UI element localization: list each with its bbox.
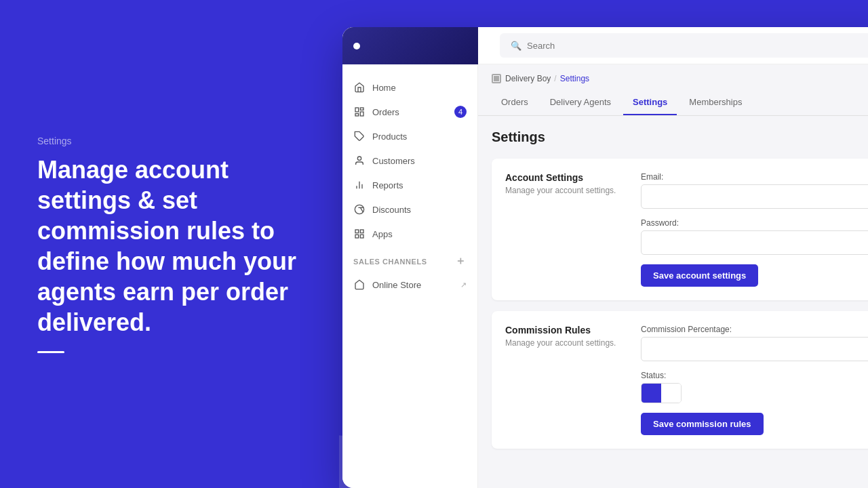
search-icon: 🔍 [511, 41, 521, 51]
breadcrumb-app-icon [492, 74, 501, 83]
content-area: Home Orders 4 Products Customers [342, 64, 868, 488]
left-heading: Manage account settings & set commission… [37, 155, 302, 338]
account-settings-info: Account Settings Manage your account set… [505, 172, 627, 287]
status-toggle[interactable] [641, 383, 682, 403]
products-icon [353, 130, 366, 142]
commission-percentage-input[interactable] [641, 337, 868, 361]
tab-orders[interactable]: Orders [492, 90, 538, 115]
orders-badge: 4 [454, 106, 467, 118]
customers-icon [353, 155, 366, 167]
sidebar-item-products[interactable]: Products [342, 124, 477, 148]
account-settings-row: Account Settings Manage your account set… [505, 172, 868, 287]
top-bar: 🔍 [342, 27, 868, 64]
svg-rect-14 [355, 235, 359, 238]
account-settings-card: Account Settings Manage your account set… [492, 159, 868, 300]
home-icon [353, 81, 366, 94]
sales-channels-header: SALES CHANNELS ＋ [342, 246, 477, 272]
account-settings-desc: Manage your account settings. [505, 186, 627, 195]
breadcrumb-app-name: Delivery Boy [505, 74, 551, 83]
heading-underline [37, 351, 64, 353]
reports-icon [353, 179, 366, 191]
email-group: Email: [641, 172, 868, 209]
svg-rect-3 [355, 114, 359, 116]
commission-rules-row: Commission Rules Manage your account set… [505, 325, 868, 435]
svg-rect-2 [360, 112, 363, 116]
commission-rules-form: Commission Percentage: Status: Save [641, 325, 868, 435]
svg-point-5 [357, 157, 361, 160]
toggle-off[interactable] [661, 384, 681, 403]
svg-rect-1 [360, 108, 363, 110]
apps-icon [353, 228, 366, 240]
sidebar-item-orders-label: Orders [372, 107, 399, 117]
external-link-icon: ↗ [460, 281, 467, 289]
sales-channels-label: SALES CHANNELS [353, 258, 427, 266]
svg-rect-13 [360, 230, 363, 233]
commission-rules-desc: Manage your account settings. [505, 338, 627, 348]
status-label: Status: [641, 371, 868, 380]
sidebar-item-orders[interactable]: Orders 4 [342, 100, 477, 124]
sidebar-item-discounts-label: Discounts [372, 205, 411, 215]
commission-rules-title: Commission Rules [505, 325, 627, 336]
sidebar-item-home[interactable]: Home [342, 75, 477, 100]
settings-content: Settings Account Settings Manage your ac… [478, 116, 868, 462]
add-sales-channel-icon[interactable]: ＋ [455, 254, 467, 268]
tabs-bar: Orders Delivery Agents Settings Membersh… [478, 90, 868, 116]
breadcrumb-separator: / [554, 74, 556, 83]
breadcrumb-current-page: Settings [560, 74, 589, 83]
email-label: Email: [641, 172, 868, 182]
svg-rect-12 [355, 230, 359, 233]
svg-point-9 [355, 205, 363, 214]
commission-percentage-group: Commission Percentage: [641, 325, 868, 361]
save-commission-rules-button[interactable]: Save commission rules [641, 413, 764, 435]
svg-rect-16 [494, 76, 499, 81]
tab-settings[interactable]: Settings [623, 90, 677, 115]
online-store-label: Online Store [372, 280, 421, 290]
sidebar: Home Orders 4 Products Customers [342, 64, 478, 488]
sidebar-item-discounts[interactable]: Discounts [342, 197, 477, 222]
page-title: Settings [492, 129, 868, 145]
password-input[interactable] [641, 230, 868, 255]
svg-line-10 [361, 207, 363, 212]
commission-percentage-label: Commission Percentage: [641, 325, 868, 334]
search-bar[interactable]: 🔍 [500, 33, 868, 58]
breadcrumb: Delivery Boy / Settings [478, 64, 868, 90]
orders-icon [353, 106, 366, 118]
sidebar-item-apps-label: Apps [372, 229, 393, 239]
sidebar-item-products-label: Products [372, 131, 407, 142]
sidebar-item-customers[interactable]: Customers [342, 148, 477, 173]
account-settings-form: Email: Password: Save account settings [641, 172, 868, 287]
app-container: 🔍 Home Orders 4 [342, 27, 868, 488]
logo-area [342, 27, 478, 64]
left-settings-label: Settings [37, 136, 302, 146]
svg-rect-15 [360, 235, 363, 238]
left-panel: Settings Manage account settings & set c… [0, 0, 339, 488]
sidebar-item-apps[interactable]: Apps [342, 222, 477, 246]
status-group: Status: [641, 371, 868, 403]
password-label: Password: [641, 218, 868, 228]
main-content: Delivery Boy / Settings Orders Delivery … [478, 64, 868, 488]
email-input[interactable] [641, 184, 868, 209]
tab-delivery-agents[interactable]: Delivery Agents [540, 90, 620, 115]
online-store-icon [353, 279, 366, 291]
toggle-on[interactable] [642, 384, 661, 403]
sidebar-item-reports[interactable]: Reports [342, 173, 477, 197]
discounts-icon [353, 203, 366, 216]
svg-rect-0 [355, 108, 359, 112]
search-input[interactable] [527, 41, 868, 51]
save-account-settings-button[interactable]: Save account settings [641, 264, 758, 287]
commission-rules-card: Commission Rules Manage your account set… [492, 311, 868, 449]
account-settings-title: Account Settings [505, 172, 627, 183]
sidebar-item-customers-label: Customers [372, 156, 415, 166]
commission-rules-info: Commission Rules Manage your account set… [505, 325, 627, 435]
password-group: Password: [641, 218, 868, 255]
tab-memberships[interactable]: Memberships [679, 90, 751, 115]
sidebar-item-online-store[interactable]: Online Store ↗ [342, 272, 477, 297]
sidebar-item-home-label: Home [372, 83, 396, 93]
sidebar-item-reports-label: Reports [372, 180, 403, 190]
logo-dot [353, 43, 360, 49]
